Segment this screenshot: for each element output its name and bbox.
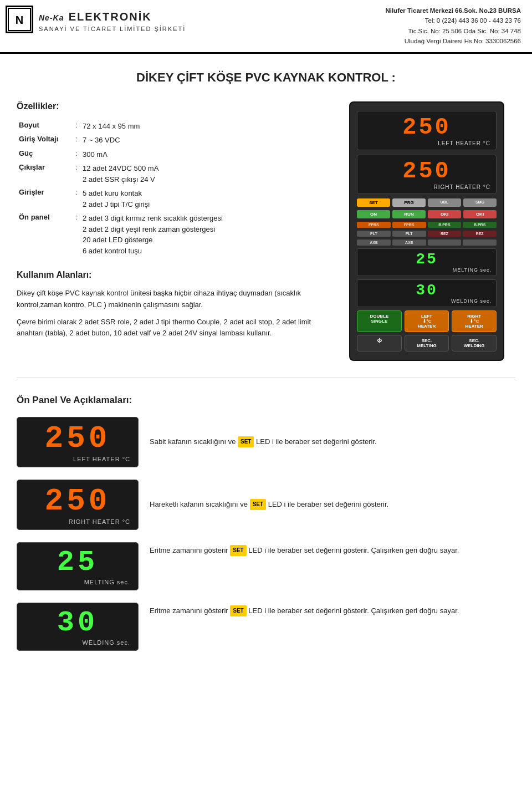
left-heater-display: 250 LEFT HEATER °C: [357, 111, 497, 150]
plt2-led: PLT: [392, 231, 426, 237]
right-heater-btn[interactable]: RIGHT🌡°CHEATER: [452, 310, 497, 332]
smg-btn[interactable]: SMG: [463, 198, 497, 207]
panel-desc-2: Hareketli kafanın sıcaklığını ve SET LED…: [150, 499, 515, 511]
control-row: SET PRG UBL SMG: [357, 198, 497, 207]
panel-melting-value: 25: [25, 548, 130, 577]
header: N Ne-Ka ELEKTRONİK SANAYİ VE TİCARET LİM…: [0, 0, 532, 54]
left-heater-label: LEFT HEATER °C: [363, 140, 490, 146]
table-row: Boyut : 72 x 144 x 95 mm: [17, 119, 332, 134]
fprs2-led: FPRS: [392, 222, 426, 228]
panel-left-heater-label: LEFT HEATER °C: [25, 456, 130, 462]
usage-title: Kullanım Alanları:: [17, 270, 332, 280]
panel-item-3: 25 MELTING sec. Eritme zamanını gösterir…: [17, 542, 515, 590]
melting-label: MELTING sec.: [362, 267, 492, 273]
fprs-led: FPRS: [357, 222, 391, 228]
set-badge-3: SET: [230, 545, 246, 556]
plt-led: PLT: [357, 231, 391, 237]
right-heater-label: RIGHT HEATER °C: [363, 184, 490, 190]
on-btn[interactable]: ON: [357, 210, 390, 218]
table-row: Ön panel : 2 adet 3 digit kırmız renk sı…: [17, 211, 332, 258]
specs-table: Boyut : 72 x 144 x 95 mm Giriş Voltajı :…: [17, 119, 332, 258]
logo-area: N Ne-Ka ELEKTRONİK SANAYİ VE TİCARET LİM…: [6, 6, 186, 33]
panel-display-welding: 30 WELDING sec.: [17, 603, 139, 651]
panel-display-melting: 25 MELTING sec.: [17, 542, 139, 590]
usage-section: Kullanım Alanları: Dikey çift köşe PVC k…: [17, 270, 332, 339]
main-content: DİKEY ÇİFT KÖŞE PVC KAYNAK KONTROL : Öze…: [0, 54, 532, 674]
left-heater-value: 250: [363, 116, 490, 139]
set-badge-4: SET: [230, 605, 246, 616]
svg-text:N: N: [16, 14, 23, 26]
right-col: 250 LEFT HEATER °C 250 RIGHT HEATER °C S…: [349, 101, 515, 361]
specs-title: Özellikler:: [17, 101, 332, 111]
usage-text2: Çevre birimi olarak 2 adet SSR role, 2 a…: [17, 317, 332, 340]
rez2-led: REZ: [463, 231, 497, 237]
panel-right-heater-label: RIGHT HEATER °C: [25, 518, 130, 525]
table-row: Girişler : 5 adet kuru kontak2 adet J ti…: [17, 186, 332, 211]
panel-item-2: 250 RIGHT HEATER °C Hareketli kafanın sı…: [17, 480, 515, 530]
two-col-layout: Özellikler: Boyut : 72 x 144 x 95 mm Gir…: [17, 101, 515, 361]
panel-left-heater-value: 250: [25, 423, 130, 454]
welding-value: 30: [362, 283, 492, 298]
on-panel-section: Ön Panel Ve Açıklamaları: 250 LEFT HEATE…: [17, 395, 515, 651]
melting-value: 25: [362, 252, 492, 267]
set-badge-2: SET: [250, 499, 266, 510]
oki-btn[interactable]: OKI: [428, 210, 461, 218]
right-heater-value: 250: [363, 160, 490, 183]
axe2-led: AXE: [392, 239, 426, 246]
logo-text: Ne-Ka ELEKTRONİK SANAYİ VE TİCARET LİMİT…: [39, 7, 186, 32]
panel-desc-4: Eritme zamanını gösterir SET LED i ile b…: [150, 605, 515, 617]
panel-desc-3: Eritme zamanını gösterir SET LED i ile b…: [150, 545, 515, 557]
bottom-buttons2: ⏻ SEC.MELTING SEC.WELDING: [357, 335, 497, 351]
panel-welding-value: 30: [25, 609, 130, 638]
empty1-led: [428, 239, 462, 246]
panel-welding-label: WELDING sec.: [25, 639, 130, 646]
table-row: Çıkışlar : 12 adet 24VDC 500 mA2 adet SS…: [17, 161, 332, 186]
power-btn[interactable]: ⏻: [357, 335, 402, 351]
on-panel-title: Ön Panel Ve Açıklamaları:: [17, 395, 515, 406]
empty2-led: [463, 239, 497, 246]
double-single-btn[interactable]: DOUBLESINGLE: [357, 310, 402, 332]
welding-display: 30 WELDING sec.: [357, 279, 497, 307]
table-row: Güç : 300 mA: [17, 147, 332, 162]
logo-icon: N: [6, 6, 33, 33]
bprs2-led: B.PRS: [463, 222, 497, 228]
welding-btn[interactable]: SEC.WELDING: [452, 335, 497, 351]
page-title: DİKEY ÇİFT KÖŞE PVC KAYNAK KONTROL :: [17, 70, 515, 85]
panel-melting-label: MELTING sec.: [25, 579, 130, 585]
run-btn[interactable]: RUN: [392, 210, 426, 218]
panel-item-4: 30 WELDING sec. Eritme zamanını gösterir…: [17, 603, 515, 651]
panel-right-heater-value: 250: [25, 486, 130, 517]
axe-led: AXE: [357, 239, 391, 246]
logo-sub: SANAYİ VE TİCARET LİMİTED ŞİRKETİ: [39, 26, 186, 32]
bottom-buttons: DOUBLESINGLE LEFT🌡°CHEATER RIGHT🌡°CHEATE…: [357, 310, 497, 332]
panel-item-1: 250 LEFT HEATER °C Sabit kafanın sıcaklı…: [17, 417, 515, 467]
panel-display-right-heater: 250 RIGHT HEATER °C: [17, 480, 139, 530]
usage-text1: Dikey çift köşe PVC kaynak kontrol ünite…: [17, 288, 332, 311]
divider: [17, 378, 515, 378]
set-btn[interactable]: SET: [357, 198, 390, 207]
led-row2: PLT PLT REZ REZ: [357, 231, 497, 237]
right-heater-display: 250 RIGHT HEATER °C: [357, 155, 497, 194]
led-row3: AXE AXE: [357, 239, 497, 246]
left-heater-btn[interactable]: LEFT🌡°CHEATER: [405, 310, 449, 332]
melting-btn[interactable]: SEC.MELTING: [405, 335, 449, 351]
set-badge-1: SET: [238, 436, 254, 447]
device-image: 250 LEFT HEATER °C 250 RIGHT HEATER °C S…: [349, 101, 504, 361]
panel-desc-1: Sabit kafanın sıcaklığını ve SET LED i i…: [150, 436, 515, 448]
table-row: Giriş Voltajı : 7 ~ 36 VDC: [17, 133, 332, 147]
oki2-btn[interactable]: OKI: [463, 210, 497, 218]
panel-display-left-heater: 250 LEFT HEATER °C: [17, 417, 139, 467]
prg-btn[interactable]: PRG: [392, 198, 426, 207]
welding-label: WELDING sec.: [362, 298, 492, 304]
ubl-btn[interactable]: UBL: [428, 198, 461, 207]
rez-led: REZ: [428, 231, 462, 237]
melting-display: 25 MELTING sec.: [357, 248, 497, 276]
control-row2: ON RUN OKI OKI: [357, 210, 497, 218]
company-info: Nilufer Ticaret Merkezi 66.Sok. No.23 BU…: [385, 6, 521, 47]
left-col: Özellikler: Boyut : 72 x 144 x 95 mm Gir…: [17, 101, 332, 361]
logo-main: Ne-Ka ELEKTRONİK: [39, 7, 186, 24]
bprs-led: B.PRS: [428, 222, 462, 228]
led-row1: FPRS FPRS B.PRS B.PRS: [357, 222, 497, 228]
